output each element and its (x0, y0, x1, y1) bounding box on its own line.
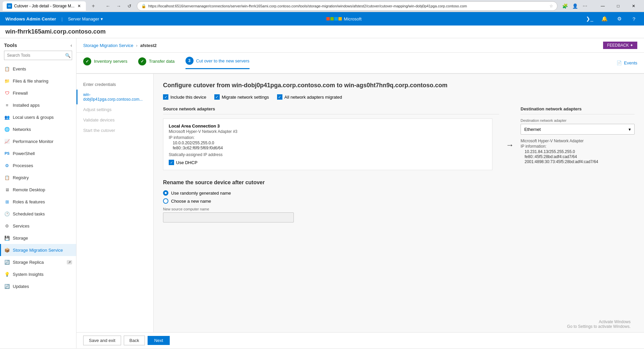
url-display: https://localhost:6516/servermanager/con… (148, 4, 547, 8)
header-center: Microsoft (108, 16, 580, 21)
sidebar-item-scheduled[interactable]: 🕐 Scheduled tasks (0, 208, 76, 220)
source-adapter-ip2: fe80::3c62:f6f9:5f69:f0d6/64 (173, 146, 487, 150)
notifications-icon[interactable]: 🔔 (600, 14, 609, 23)
migrate-network-checkbox[interactable]: ✓ Migrate network settings (214, 94, 269, 100)
sidebar-item-updates[interactable]: 🔄 Updates (0, 280, 76, 292)
sidebar-item-label: Storage Replica (13, 260, 64, 265)
sidebar-item-storage[interactable]: 💾 Storage (0, 232, 76, 244)
source-adapter-ip1: 10.0.0.202/255.255.0.0 (173, 141, 487, 145)
powershell-icon: PS (4, 150, 10, 156)
left-nav-enter-credentials[interactable]: Enter credentials (76, 79, 153, 90)
activate-line1: Activate Windows (567, 319, 631, 324)
sidebar-collapse-button[interactable]: ‹ (70, 43, 72, 48)
source-adapter-ip-label: IP information: (169, 135, 487, 140)
menu-icon[interactable]: ⋯ (580, 1, 590, 11)
choose-name-radio-indicator (163, 198, 168, 204)
sidebar-item-label: Networks (13, 127, 72, 132)
use-dhcp-checkbox[interactable]: ✓ Use DHCP (169, 160, 487, 165)
bookmark-icon: ☆ (549, 4, 553, 8)
events-button[interactable]: 📄 Events (616, 60, 637, 65)
new-tab-button[interactable]: + (89, 1, 98, 11)
save-exit-button[interactable]: Save and exit (83, 336, 121, 345)
close-button[interactable]: ✕ (626, 1, 641, 11)
sidebar-item-system-insights[interactable]: 💡 System Insights (0, 268, 76, 280)
search-button[interactable]: 🔍 (65, 53, 71, 58)
sidebar-item-label: Installed apps (13, 103, 72, 108)
app-header: Windows Admin Center | Server Manager ▾ … (0, 12, 644, 26)
processes-icon: ⚙ (4, 162, 10, 168)
feedback-button[interactable]: FEEDBACK ✦ (603, 42, 637, 49)
dest-dropdown-label: Destination network adapter (521, 118, 635, 122)
back-button[interactable]: Back (124, 336, 145, 345)
sidebar-item-installed-apps[interactable]: ≡ Installed apps (0, 99, 76, 111)
sidebar-item-storage-replica[interactable]: 🔄 Storage Replica ↗ (0, 256, 76, 268)
choose-name-radio[interactable]: Choose a new name (163, 198, 635, 204)
storage-icon: 💾 (4, 235, 10, 241)
dest-adapter-ip3: 2001:4898:30:73:45f5:28bd:adf4:cad7/64 (525, 159, 635, 164)
left-nav-adjust[interactable]: Adjust settings (76, 104, 153, 115)
terminal-icon[interactable]: ❯_ (585, 14, 594, 23)
sidebar-item-label: Processes (13, 163, 72, 168)
sidebar-item-files[interactable]: 📁 Files & file sharing (0, 75, 76, 87)
sidebar-item-roles[interactable]: ⊞ Roles & features (0, 196, 76, 208)
include-device-checkbox[interactable]: ✓ Include this device (163, 94, 206, 100)
wizard-step-3[interactable]: 3 Cut over to the new servers (185, 57, 250, 69)
breadcrumb: Storage Migration Service › afstest2 (83, 43, 157, 48)
sidebar-item-label: Updates (13, 284, 72, 289)
sidebar-title: Tools (4, 42, 17, 48)
extensions-icon[interactable]: 🧩 (560, 1, 570, 11)
right-content: Configure cutover from win-dobj0p41pga.c… (154, 74, 644, 332)
sidebar-item-registry[interactable]: 📋 Registry (0, 171, 76, 184)
minimize-button[interactable]: — (595, 1, 610, 11)
events-icon: 📄 (616, 60, 622, 65)
server-manager-dropdown[interactable]: Server Manager ▾ (68, 16, 103, 21)
dest-adapter-dropdown[interactable]: Ethernet ▾ (521, 124, 635, 135)
sidebar-item-services[interactable]: ⚙ Services (0, 220, 76, 232)
logo-red (326, 17, 330, 20)
new-source-name-input[interactable] (163, 212, 294, 222)
browser-tab[interactable]: W Cutover - Job detail - Storage M... ✕ (3, 1, 86, 11)
left-nav-start-cutover[interactable]: Start the cutover (76, 125, 153, 136)
maximize-button[interactable]: □ (610, 1, 626, 11)
all-adapters-check-indicator: ✓ (277, 94, 282, 100)
breadcrumb-service-link[interactable]: Storage Migration Service (83, 43, 133, 48)
sidebar-item-firewall[interactable]: 🛡 Firewall (0, 87, 76, 99)
refresh-button[interactable]: ↺ (125, 1, 134, 11)
wizard-step-2-circle: ✓ (138, 57, 146, 65)
migrate-network-checkmark: ✓ (215, 95, 218, 99)
tab-close-button[interactable]: ✕ (76, 3, 82, 9)
sidebar-item-storage-migration[interactable]: 📦 Storage Migration Service (0, 244, 76, 256)
sidebar-item-events[interactable]: 📋 Events (0, 63, 76, 75)
sidebar-item-powershell[interactable]: PS PowerShell (0, 147, 76, 159)
storage-replica-icon: 🔄 (4, 259, 10, 265)
sidebar-item-label: System Insights (13, 272, 72, 277)
next-button[interactable]: Next (148, 336, 170, 345)
sidebar-item-performance[interactable]: 📈 Performance Monitor (0, 135, 76, 147)
choose-name-label: Choose a new name (171, 199, 211, 204)
dest-dropdown-value: Ethernet (524, 127, 541, 132)
services-icon: ⚙ (4, 223, 10, 229)
include-device-check-indicator: ✓ (163, 94, 168, 100)
sidebar-item-processes[interactable]: ⚙ Processes (0, 159, 76, 171)
address-bar[interactable]: 🔒 https://localhost:6516/servermanager/c… (137, 1, 557, 11)
updates-icon: 🔄 (4, 283, 10, 289)
help-icon[interactable]: ? (629, 14, 639, 23)
all-adapters-checkbox[interactable]: ✓ All network adapters migrated (277, 94, 342, 100)
profile-icon[interactable]: 👤 (570, 1, 580, 11)
sidebar-item-remote-desktop[interactable]: 🖥 Remote Desktop (0, 184, 76, 196)
sidebar-item-networks[interactable]: 🌐 Networks (0, 123, 76, 135)
left-nav-validate[interactable]: Validate devices (76, 115, 153, 125)
wizard-step-2[interactable]: ✓ Transfer data (138, 57, 175, 69)
left-nav-device[interactable]: win-dobj0p41pga.corp.contoso.com... (76, 90, 153, 104)
random-name-radio[interactable]: Use randomly generated name (163, 190, 635, 196)
sidebar-item-label: Storage Migration Service (13, 248, 72, 253)
wizard-step-1[interactable]: ✓ Inventory servers (83, 57, 127, 69)
search-input[interactable] (4, 51, 72, 60)
settings-icon[interactable]: ⚙ (614, 14, 624, 23)
dest-adapters-title: Destination network adapters (521, 106, 635, 114)
sidebar-item-local-users[interactable]: 👥 Local users & groups (0, 111, 76, 123)
back-button[interactable]: ← (103, 1, 113, 11)
browser-chrome: W Cutover - Job detail - Storage M... ✕ … (0, 0, 644, 12)
include-device-label: Include this device (170, 95, 206, 100)
forward-button[interactable]: → (114, 1, 123, 11)
